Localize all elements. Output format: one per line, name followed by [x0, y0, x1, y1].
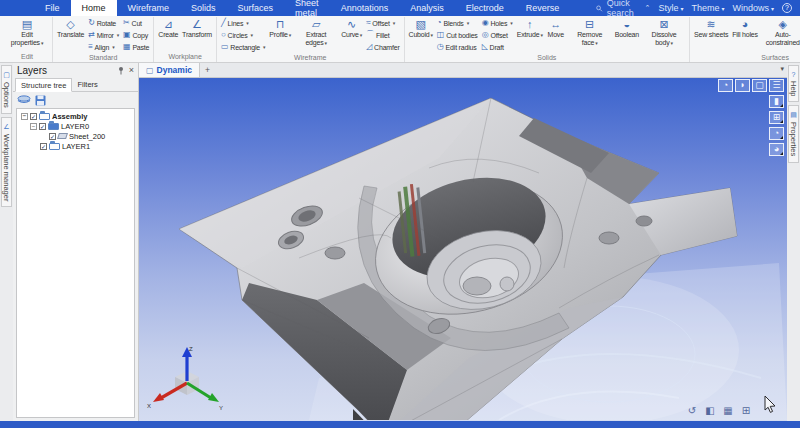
- split-view-icon[interactable]: ⊞: [739, 404, 753, 417]
- menu-windows[interactable]: Windows▾: [732, 3, 774, 13]
- ribbon-button-cut[interactable]: ✂Cut: [121, 17, 151, 29]
- ribbon-button-curve[interactable]: ∿Curve▾: [339, 17, 364, 40]
- ribbon-tab-reverse[interactable]: Reverse: [515, 0, 571, 16]
- ribbon-button-offset[interactable]: ◎Offset: [480, 29, 515, 41]
- clip-view-icon[interactable]: ◗: [735, 79, 750, 92]
- quick-search[interactable]: Quick search: [596, 0, 644, 16]
- ribbon-button-edit-properties[interactable]: ▤Edit properties▾: [4, 17, 50, 48]
- ribbon-button-rectangle[interactable]: ▭Rectangle▾: [219, 41, 267, 53]
- panel-tab-options[interactable]: ▢Options: [1, 65, 12, 114]
- spin-view-icon[interactable]: ◔: [718, 79, 733, 92]
- ribbon-button-blends[interactable]: ◔Blends▾: [435, 17, 480, 29]
- ribbon-button-mirror[interactable]: ⇄Mirror▾: [86, 29, 121, 41]
- ribbon-tab-analysis[interactable]: Analysis: [399, 0, 455, 16]
- ribbon-button-edit-radius[interactable]: ◷Edit radius: [435, 41, 480, 53]
- ribbon-button-boolean[interactable]: ◒Boolean: [613, 17, 641, 40]
- 3d-viewport[interactable]: Z X Y ◔◗▢☰ ▮⊞◔◕ ↺◧▦⊞: [139, 78, 787, 421]
- ribbon-button-chamfer[interactable]: ◿Chamfer: [364, 41, 401, 53]
- ribbon-button-fillet[interactable]: ⌒Fillet: [364, 29, 401, 41]
- ribbon-tab-annotations[interactable]: Annotations: [330, 0, 400, 16]
- boolean-icon: ◒: [624, 18, 631, 31]
- ribbon-button-lines[interactable]: ╱Lines▾: [219, 17, 267, 29]
- panel-tab-properties[interactable]: ▤Properties: [788, 105, 799, 162]
- ribbon-button-holes[interactable]: ◉Holes▾: [480, 17, 515, 29]
- ribbon-button-auto-constrained[interactable]: ◈Auto-constrained: [760, 17, 800, 48]
- auto-constrained-icon: ◈: [779, 18, 787, 31]
- ribbon-tab-home[interactable]: Home: [71, 0, 117, 16]
- ribbon-button-fill-holes[interactable]: ◕Fill holes: [730, 17, 760, 40]
- ribbon-button-dissolve-body[interactable]: ⊠Dissolve body▾: [641, 17, 687, 48]
- ribbon-button-translate[interactable]: ◇Translate: [55, 17, 86, 40]
- ribbon-tab-surfaces[interactable]: Surfaces: [227, 0, 285, 16]
- shaded-view-icon[interactable]: ◧: [703, 404, 717, 417]
- ribbon-button-cut-bodies[interactable]: ◫Cut bodies: [435, 29, 480, 41]
- menu-style[interactable]: Style▾: [658, 3, 683, 13]
- ribbon-tab-solids[interactable]: Solids: [180, 0, 227, 16]
- ribbon-button-cuboid[interactable]: ▧Cuboid▾: [407, 17, 435, 40]
- ribbon-button-transform[interactable]: ∠Transform: [180, 17, 214, 40]
- chevron-down-icon[interactable]: ▾: [780, 65, 784, 73]
- ribbon-button-circles[interactable]: ○Circles▾: [219, 29, 267, 41]
- ribbon-button-draft[interactable]: ◺Draft: [480, 41, 515, 53]
- tab-filters[interactable]: Filters: [72, 78, 102, 91]
- viewports-icon[interactable]: ⊞: [769, 111, 784, 124]
- ribbon-tab-electrode[interactable]: Electrode: [455, 0, 515, 16]
- panel-tab-workplane-manager[interactable]: ∠Workplane manager: [1, 117, 12, 207]
- orbit-mode-icon[interactable]: ↺: [685, 404, 699, 417]
- view-menu-icon[interactable]: ☰: [769, 79, 784, 92]
- tree-expander[interactable]: −: [30, 123, 37, 130]
- collapse-ribbon-icon[interactable]: ⌃: [645, 4, 651, 12]
- tree-item-layer1[interactable]: ✓LAYER1: [17, 141, 134, 151]
- tree-item-layer0[interactable]: −✓LAYER0: [17, 121, 134, 131]
- ribbon-button-profile[interactable]: ⊓Profile▾: [267, 17, 293, 40]
- ribbon-button-rotate[interactable]: ↻Rotate: [86, 17, 121, 29]
- window-view-icon[interactable]: ▢: [752, 79, 767, 92]
- status-bar: [0, 421, 800, 428]
- axis-z-label: Z: [189, 346, 193, 352]
- ribbon-button-label: Draft: [490, 44, 504, 51]
- chevron-down-icon: ▾: [467, 20, 469, 26]
- checkbox-checked[interactable]: ✓: [39, 123, 46, 130]
- ribbon-tab-file[interactable]: File: [34, 0, 71, 16]
- checkbox-checked[interactable]: ✓: [40, 143, 47, 150]
- checkbox-checked[interactable]: ✓: [49, 133, 56, 140]
- ribbon-button-offset[interactable]: ≈Offset▾: [364, 17, 401, 29]
- pin-icon[interactable]: [117, 66, 125, 75]
- ribbon-button-extrude[interactable]: ↑Extrude▾: [515, 17, 545, 40]
- ribbon-tab-sheet-metal[interactable]: Sheet metal: [284, 0, 330, 16]
- ribbon-button-copy[interactable]: ▣Copy: [121, 29, 151, 41]
- model-3d[interactable]: [139, 78, 787, 420]
- tree-expander[interactable]: −: [21, 113, 28, 120]
- ribbon-button-sew-sheets[interactable]: ≋Sew sheets: [692, 17, 730, 40]
- ribbon-button-label: Remove face▾: [569, 31, 611, 47]
- orbit-view-icon[interactable]: ◕: [769, 143, 784, 156]
- layers-icon[interactable]: [17, 95, 31, 106]
- tree-item-assembly[interactable]: −✓Assembly: [17, 111, 134, 121]
- ribbon-button-align[interactable]: ≡Align▾: [86, 41, 121, 53]
- ribbon-button-paste[interactable]: ▦Paste: [121, 41, 151, 53]
- cylinder-tool-icon[interactable]: ▮: [769, 95, 784, 108]
- save-icon[interactable]: [35, 95, 46, 106]
- help-icon[interactable]: ?: [782, 3, 792, 13]
- rotate-view-icon[interactable]: ◔: [769, 127, 784, 140]
- tree-item-sheet-200[interactable]: ✓Sheet_200: [17, 131, 134, 141]
- view-tab-dynamic[interactable]: ▢ Dynamic: [139, 63, 200, 77]
- ribbon-button-label: Cuboid▾: [409, 31, 433, 39]
- ribbon-button-label: Extract edges▾: [295, 31, 337, 47]
- panel-title: Layers: [17, 65, 117, 76]
- ribbon-button-remove-face[interactable]: ⊟Remove face▾: [567, 17, 613, 48]
- new-view-button[interactable]: +: [200, 63, 215, 77]
- ribbon-button-extract-edges[interactable]: ▱Extract edges▾: [293, 17, 339, 48]
- ribbon-button-move[interactable]: ↔Move: [545, 17, 567, 40]
- ribbon-button-label: Rotate: [97, 20, 116, 27]
- checkbox-checked[interactable]: ✓: [30, 113, 37, 120]
- menu-theme[interactable]: Theme▾: [691, 3, 724, 13]
- ribbon-group-label: Surfaces: [692, 53, 800, 63]
- close-icon[interactable]: ×: [129, 66, 134, 75]
- ribbon-tab-wireframe[interactable]: Wireframe: [117, 0, 181, 16]
- ribbon-button-create[interactable]: ⊿Create: [156, 17, 180, 40]
- axis-y-label: Y: [219, 405, 223, 411]
- panel-tab-help[interactable]: ?Help: [788, 65, 799, 102]
- wireframe-view-icon[interactable]: ▦: [721, 404, 735, 417]
- tab-structure-tree[interactable]: Structure tree: [15, 78, 72, 92]
